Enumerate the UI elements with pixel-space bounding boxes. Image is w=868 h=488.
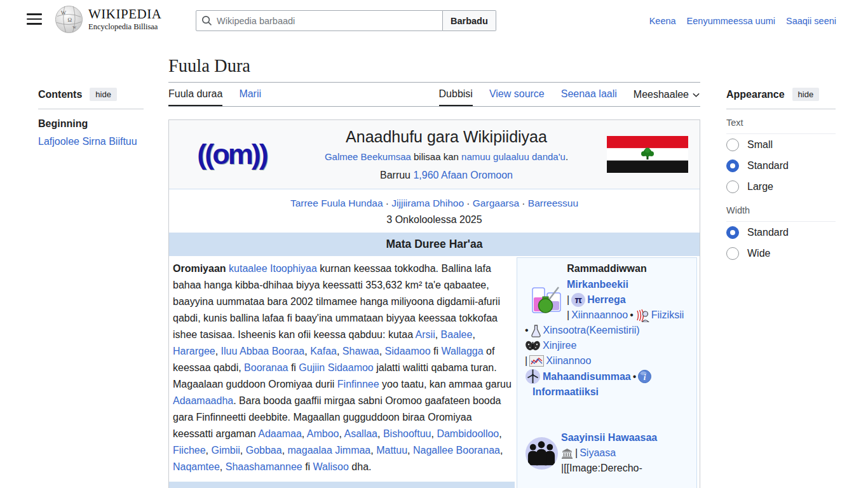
- inline-link[interactable]: Dambidoolloo: [437, 428, 499, 439]
- xinjiree-link[interactable]: Xinjiree: [543, 338, 576, 353]
- inline-link[interactable]: Amboo: [307, 428, 339, 439]
- text-segment: ·: [383, 198, 392, 208]
- radio-unselected-icon[interactable]: [726, 180, 739, 193]
- inline-link[interactable]: Barreessuu: [528, 198, 578, 208]
- inline-link[interactable]: Shaashamannee: [226, 461, 302, 472]
- herrega-link[interactable]: Herrega: [587, 292, 625, 308]
- inline-link[interactable]: Gimbii: [211, 445, 240, 456]
- tab-read[interactable]: Dubbisi: [439, 83, 473, 106]
- spacer: [530, 400, 693, 430]
- radio-selected-icon[interactable]: [726, 226, 739, 239]
- toc-item-lafjoolee[interactable]: Lafjoolee Sirna Biiftuu: [38, 136, 144, 147]
- radio-unselected-icon[interactable]: [726, 139, 739, 151]
- radio-unselected-icon[interactable]: [726, 247, 739, 260]
- inline-link[interactable]: Naqamtee: [173, 461, 220, 472]
- inline-link[interactable]: Nagallee Booranaa: [413, 445, 500, 456]
- text-segment: ·: [519, 198, 528, 208]
- xiinannoo-link[interactable]: Xiinannoo: [546, 353, 591, 369]
- inline-link[interactable]: 1,960 Afaan Oromoon: [413, 170, 513, 180]
- siyaasa-link[interactable]: Siyaasa: [580, 445, 616, 461]
- toc-item-beginning[interactable]: Beginning: [38, 109, 144, 136]
- saayinsii-link[interactable]: Saayinsii Hawaasaa: [561, 430, 657, 445]
- text-segment: ,: [500, 445, 503, 456]
- radio-selected-icon[interactable]: [726, 159, 739, 172]
- inline-link[interactable]: Gobbaa: [246, 445, 282, 456]
- search-bar: Barbadu: [196, 10, 496, 31]
- xiinnaannoo-link[interactable]: Xiinnaannoo: [571, 308, 628, 323]
- inline-link[interactable]: Iluu Abbaa Booraa: [221, 346, 305, 356]
- text-size-option-small[interactable]: Small: [726, 134, 836, 155]
- inline-link[interactable]: Fiichee: [173, 445, 206, 456]
- separator-pipe: |: [575, 445, 578, 461]
- left-tabs: Fuula duraa Marii: [168, 83, 261, 106]
- science-category-row: Mirkanbeekii | π Herrega |Xiinnaannoo •: [530, 277, 693, 323]
- inline-link[interactable]: Adaamaa: [258, 428, 302, 439]
- hamburger-menu-icon[interactable]: [27, 13, 42, 26]
- appearance-sidebar: Appearance hide Text Small Standard Larg…: [726, 88, 836, 264]
- wikipedia-logo[interactable]: W Ω w WIKIPEDIA Encyclopedia Billisaa: [55, 5, 161, 34]
- informaatiiksi-link[interactable]: Informaatiiksi: [532, 384, 599, 400]
- inline-link[interactable]: Sidaamoo: [385, 346, 431, 356]
- inline-link[interactable]: namuu gulaaluu danda'u: [461, 151, 566, 162]
- donate-link[interactable]: Keena: [649, 16, 676, 26]
- inline-link[interactable]: Asallaa: [344, 428, 377, 439]
- search-icon: [201, 15, 212, 26]
- inline-link[interactable]: kutaalee Itoophiyaa: [229, 263, 317, 274]
- text-segment: ,: [339, 428, 344, 439]
- inline-link[interactable]: Bishooftuu: [383, 428, 431, 439]
- tab-main-page[interactable]: Fuula duraa: [168, 83, 222, 106]
- separator-bullet: •: [525, 323, 529, 338]
- inline-link[interactable]: Galmee Beekumsaa: [325, 151, 411, 162]
- columns-row: Oromiyaan kutaalee Itoophiyaa kurnan kee…: [169, 256, 700, 488]
- appearance-header: Appearance hide: [726, 88, 836, 109]
- tab-view-source[interactable]: View source: [489, 83, 545, 106]
- inline-link[interactable]: magaalaa Jimmaa: [288, 445, 371, 456]
- login-link[interactable]: Saaqii seeni: [786, 16, 836, 26]
- search-box[interactable]: [196, 10, 443, 31]
- tab-tools-menu[interactable]: Meeshaalee: [634, 83, 700, 106]
- inline-link[interactable]: Mattuu: [376, 445, 407, 456]
- contents-hide-button[interactable]: hide: [90, 88, 117, 101]
- welcome-text-block: Anaadhufu gara Wikipiidiyaa Galmee Beeku…: [286, 128, 607, 181]
- inline-link[interactable]: Shawaa: [342, 346, 379, 356]
- inline-link[interactable]: Kafaa: [310, 346, 337, 356]
- government-building-icon: [561, 448, 573, 459]
- create-account-link[interactable]: Eenyummeessa uumi: [687, 16, 775, 26]
- mirkanbeekii-link[interactable]: Mirkanbeekii: [567, 277, 628, 292]
- article-count-line: Barruu 1,960 Afaan Oromoon: [286, 170, 607, 181]
- text-segment: fi: [431, 346, 442, 356]
- text-size-label: Text: [726, 109, 836, 134]
- width-option-standard[interactable]: Standard: [726, 222, 836, 243]
- statistics-chart-icon: [529, 355, 544, 367]
- width-option-wide[interactable]: Wide: [726, 243, 836, 264]
- inline-link[interactable]: Harargee: [173, 346, 215, 356]
- inline-link[interactable]: Booranaa: [244, 362, 288, 373]
- inline-link[interactable]: Baalee: [441, 329, 473, 340]
- fiiziksii-link[interactable]: Fiiziksii: [651, 308, 684, 323]
- inline-link[interactable]: Tarree Fuula Hundaa: [290, 198, 383, 208]
- text-segment: fi: [288, 362, 299, 373]
- search-button[interactable]: Barbadu: [443, 10, 496, 31]
- tab-history[interactable]: Seenaa laali: [561, 83, 617, 106]
- info-icon[interactable]: i: [638, 370, 651, 383]
- svg-text:Ω: Ω: [68, 17, 72, 23]
- inline-link[interactable]: Finfinnee: [337, 379, 379, 390]
- inline-link[interactable]: Gujiin Sidaamoo: [299, 362, 373, 373]
- social-science-links: Saayinsii Hawaasaa: [561, 430, 657, 476]
- inline-link[interactable]: Wallagga: [442, 346, 484, 356]
- mahaandisummaa-link[interactable]: Mahaandisummaa: [543, 369, 631, 384]
- inline-link[interactable]: Adaamaadha: [173, 395, 233, 406]
- text-size-option-large[interactable]: Large: [726, 176, 836, 197]
- inline-link[interactable]: Arsii: [416, 329, 435, 340]
- inline-link[interactable]: Walisoo: [313, 461, 349, 472]
- xinsootra-link[interactable]: Xinsootra(Keemistirii): [543, 323, 640, 338]
- inline-link[interactable]: Gargaarsa: [473, 198, 519, 208]
- inline-link[interactable]: Jijjiirama Dhihoo: [391, 198, 464, 208]
- option-label: Large: [747, 181, 773, 193]
- separator-pipe: |: [525, 353, 527, 369]
- tab-talk[interactable]: Marii: [239, 83, 261, 106]
- search-input[interactable]: [217, 16, 442, 26]
- text-size-option-standard[interactable]: Standard: [726, 155, 836, 176]
- appearance-hide-button[interactable]: hide: [792, 88, 820, 101]
- text-segment: ,: [337, 346, 342, 356]
